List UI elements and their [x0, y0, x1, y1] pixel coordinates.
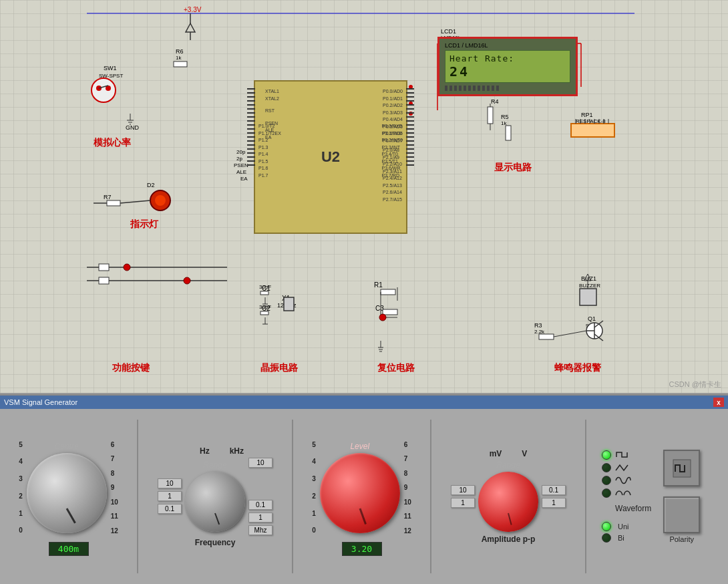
waveform-btn-group — [663, 450, 700, 486]
mv-range-10[interactable]: 10 — [451, 485, 475, 495]
waveform-row-sine — [602, 476, 631, 485]
v-range-1[interactable]: 1 — [542, 498, 566, 508]
hz-range-1[interactable]: 1 — [158, 491, 182, 501]
amplitude-knob[interactable] — [478, 472, 538, 532]
level-knob-label: Level — [350, 442, 369, 451]
hz-range-buttons: 10 1 0.1 — [158, 478, 182, 514]
level-knob[interactable] — [320, 453, 400, 533]
svg-text:R7: R7 — [104, 194, 112, 200]
hz-range-10[interactable]: 10 — [158, 478, 182, 488]
svg-rect-65 — [260, 311, 268, 315]
chip-pins-left — [247, 88, 255, 166]
level-knob-indicator — [359, 508, 366, 525]
svg-point-7 — [92, 78, 116, 102]
svg-rect-24 — [107, 200, 120, 206]
mv-range-buttons: 10 1 — [451, 485, 475, 508]
mv-label: mV — [490, 449, 502, 458]
divider-2 — [292, 420, 293, 573]
mv-range-1[interactable]: 1 — [451, 498, 475, 508]
svg-point-57 — [184, 277, 190, 284]
lcd-value: 24 — [449, 63, 566, 80]
svg-text:指示灯: 指示灯 — [130, 218, 159, 229]
signal-gen-close-button[interactable]: x — [713, 398, 724, 407]
svg-marker-3 — [186, 23, 195, 32]
v-range-0.1[interactable]: 0.1 — [542, 485, 566, 495]
circuit-area: +3.3V SW1 SW-SPST R6 1k GND 模拟心率 D2 R7 — [0, 0, 728, 394]
frequency-layout: 10 1 0.1 Range 10 0.1 1 Mhz — [156, 458, 275, 535]
khz-range-mhz[interactable]: Mhz — [248, 525, 272, 535]
frequency-section: Hz kHz 10 1 0.1 Range — [148, 446, 282, 547]
uni-label: Uni — [618, 523, 629, 531]
level-scale-right: 6 7 8 9 10 11 12 — [401, 438, 411, 538]
range-knob-indicator — [214, 513, 220, 525]
svg-rect-13 — [174, 61, 187, 67]
centre-knob[interactable] — [27, 453, 107, 533]
freq-top-labels: Hz kHz — [186, 446, 244, 456]
led-uni — [602, 522, 611, 531]
svg-point-82 — [379, 314, 386, 321]
waveform-row-triangle — [602, 463, 631, 472]
polarity-btn-group: Polarity — [663, 496, 700, 543]
amp-top-labels: mV V — [490, 449, 528, 458]
waveform-row-square — [602, 450, 631, 460]
svg-text:R1: R1 — [374, 281, 383, 289]
svg-text:LCD1: LCD1 — [441, 28, 456, 35]
svg-point-22 — [155, 195, 166, 206]
svg-text:R5: R5 — [501, 114, 509, 120]
svg-rect-42 — [571, 124, 614, 137]
svg-text:RP1: RP1 — [581, 112, 593, 118]
svg-text:复位电路: 复位电路 — [377, 362, 415, 373]
centre-knob-wrap: Centre — [27, 442, 107, 533]
polarity-button[interactable] — [663, 496, 700, 533]
khz-range-1[interactable]: 1 — [248, 513, 272, 523]
signal-gen-title: VSM Signal Generator — [4, 398, 77, 406]
hz-label: Hz — [200, 446, 210, 456]
waveform-row-halfsine — [602, 488, 631, 498]
uni-bi-section: Uni Bi — [602, 522, 629, 543]
svg-text:GND: GND — [126, 124, 140, 131]
level-value-display: 3.20 — [342, 542, 382, 556]
svg-rect-78 — [383, 309, 397, 315]
svg-text:EA: EA — [240, 176, 248, 182]
svg-text:Q1: Q1 — [588, 315, 596, 322]
chip-port-p3-right: P3.0/RXD P3.1/TXD P3.2/INT0 P3.3/INT P3.… — [381, 123, 403, 179]
led-sine — [602, 476, 611, 485]
amplitude-section: mV V 10 1 Range 0.1 1 — [441, 449, 575, 544]
level-knob-section: 5 4 3 2 1 0 Level 6 7 — [303, 438, 420, 556]
waveform-section: Waveform Uni Bi — [602, 450, 651, 543]
svg-text:SW1: SW1 — [104, 65, 117, 71]
led-halfsine — [602, 488, 611, 498]
svg-text:晶振电路: 晶振电路 — [260, 362, 299, 373]
svg-rect-90 — [580, 289, 596, 305]
amp-knob-wrap: Range — [478, 460, 538, 532]
signal-gen-titlebar: VSM Signal Generator x — [0, 396, 728, 409]
led-bi — [602, 533, 611, 543]
divider-1 — [137, 420, 138, 573]
led-triangle — [602, 463, 611, 472]
range-knob[interactable] — [185, 472, 245, 532]
lcd-screen: Heart Rate: 24 — [445, 50, 570, 83]
lcd-title: LCD1 / LMD16L — [445, 42, 570, 49]
amp-knob-label: Range — [496, 460, 520, 470]
centre-knob-layout: 5 4 3 2 1 0 Centre 6 7 — [19, 438, 118, 538]
svg-line-103 — [554, 331, 586, 337]
centre-scale-left: 5 4 3 2 1 0 — [19, 438, 25, 538]
level-knob-layout: 5 4 3 2 1 0 Level 6 7 — [312, 438, 411, 538]
hz-range-0.1[interactable]: 0.1 — [158, 504, 182, 514]
waveform-display-button[interactable] — [663, 450, 700, 486]
svg-text:蜂鸣器报警: 蜂鸣器报警 — [554, 362, 602, 373]
range-knob-label: Range — [203, 460, 226, 470]
centre-knob-label: Centre — [55, 442, 79, 451]
v-range-buttons: 0.1 1 — [542, 485, 566, 508]
khz-range-10[interactable]: 10 — [248, 458, 272, 468]
svg-text:PSEN: PSEN — [234, 162, 248, 168]
frequency-label: Frequency — [195, 538, 236, 547]
khz-range-0.1[interactable]: 0.1 — [248, 500, 272, 510]
lcd-pins — [445, 86, 570, 91]
svg-rect-76 — [381, 289, 395, 295]
svg-text:功能按键: 功能按键 — [112, 362, 150, 373]
waveform-btn-icon — [672, 458, 692, 478]
polarity-label: Polarity — [669, 535, 694, 543]
svg-rect-39 — [506, 126, 511, 140]
svg-rect-67 — [284, 297, 294, 311]
